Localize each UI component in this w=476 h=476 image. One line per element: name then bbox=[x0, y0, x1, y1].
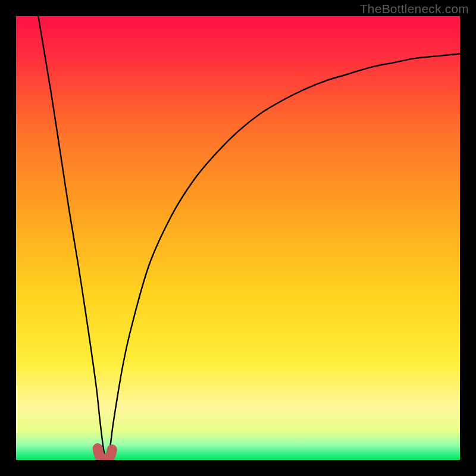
plot-area bbox=[16, 16, 460, 460]
curve-path bbox=[38, 16, 460, 458]
bottleneck-curve bbox=[16, 16, 460, 460]
outer-frame: TheBottleneck.com bbox=[0, 0, 476, 476]
watermark-text: TheBottleneck.com bbox=[360, 2, 469, 16]
